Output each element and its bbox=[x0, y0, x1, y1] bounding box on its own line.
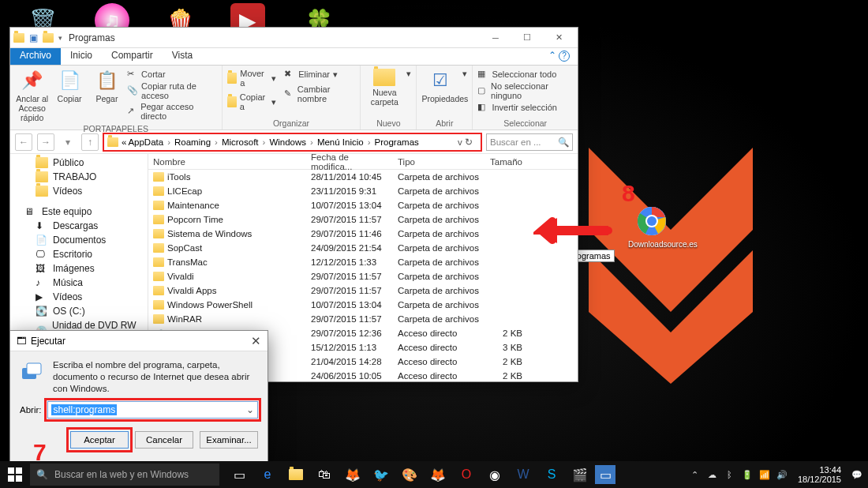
copy-button[interactable]: 📄Copiar bbox=[52, 69, 86, 103]
new-folder-button[interactable]: Nueva carpeta bbox=[365, 69, 403, 107]
edge-icon[interactable]: e bbox=[254, 461, 281, 488]
nav-descargas[interactable]: ⬇Descargas bbox=[10, 219, 148, 233]
explorer-taskbar-icon[interactable] bbox=[282, 461, 309, 488]
forward-button[interactable]: → bbox=[37, 133, 54, 151]
accept-button[interactable]: Aceptar bbox=[70, 431, 129, 449]
move-to-button[interactable]: Mover a ▾ bbox=[227, 69, 277, 88]
tray-volume-icon[interactable]: 🔊 bbox=[776, 468, 788, 481]
col-name[interactable]: Nombre bbox=[148, 157, 306, 167]
table-row[interactable]: Vivaldi Apps29/07/2015 11:57Carpeta de a… bbox=[148, 283, 578, 298]
tray-bt-icon[interactable]: ᛒ bbox=[724, 468, 736, 481]
search-input[interactable]: Buscar en ...🔍 bbox=[486, 133, 573, 151]
qat-props-icon[interactable]: ▣ bbox=[29, 32, 38, 43]
opera-icon[interactable]: O bbox=[453, 461, 480, 488]
app-icon-5[interactable]: ▭ bbox=[595, 465, 615, 484]
table-row[interactable]: Vivaldi29/07/2015 11:57Carpeta de archiv… bbox=[148, 269, 578, 283]
taskbar[interactable]: 🔍 Buscar en la web y en Windows ▭ e 🛍 🦊 … bbox=[0, 461, 868, 488]
paste-shortcut-button[interactable]: ↗Pegar acceso directo bbox=[127, 102, 216, 121]
store-icon[interactable]: 🛍 bbox=[311, 461, 338, 488]
table-row[interactable]: Windows PowerShell10/07/2015 13:04Carpet… bbox=[148, 298, 578, 312]
svg-rect-9 bbox=[8, 467, 14, 474]
recent-locations-button[interactable]: ▾ bbox=[59, 133, 77, 151]
breadcrumb[interactable]: « AppData› Roaming› Microsoft› Windows› … bbox=[122, 137, 419, 147]
open-icon[interactable]: ▾ bbox=[462, 69, 467, 79]
new-item-icon[interactable]: ▾ bbox=[406, 69, 411, 79]
select-none-button[interactable]: ▢No seleccionar ninguno bbox=[477, 81, 573, 100]
qat-new-folder-icon[interactable] bbox=[43, 33, 54, 43]
table-row[interactable]: WinRAR29/07/2015 11:57Carpeta de archivo… bbox=[148, 312, 578, 326]
tray-up-icon[interactable]: ⌃ bbox=[689, 468, 702, 481]
nav-videos[interactable]: Vídeos bbox=[10, 184, 148, 198]
copy-path-button[interactable]: 📎Copiar ruta de acceso bbox=[127, 81, 216, 100]
tab-compartir[interactable]: Compartir bbox=[102, 48, 163, 65]
run-input[interactable]: shell:programs ⌄ bbox=[47, 401, 258, 419]
firefox-icon[interactable]: 🦊 bbox=[425, 461, 451, 488]
cut-button[interactable]: ✂Cortar bbox=[127, 69, 216, 80]
taskbar-search-input[interactable]: 🔍 Buscar en la web y en Windows bbox=[30, 464, 219, 486]
select-all-button[interactable]: ▦Seleccionar todo bbox=[477, 69, 573, 80]
nav-imagenes[interactable]: 🖼Imágenes bbox=[10, 261, 148, 276]
tab-inicio[interactable]: Inicio bbox=[61, 48, 102, 65]
tab-vista[interactable]: Vista bbox=[163, 48, 202, 65]
col-size[interactable]: Tamaño bbox=[480, 157, 527, 167]
window-titlebar[interactable]: ▣ ▾ Programas ─ ☐ ✕ bbox=[10, 28, 578, 48]
properties-button[interactable]: ☑Propiedades bbox=[421, 69, 459, 103]
start-button[interactable] bbox=[0, 461, 30, 488]
table-row[interactable]: LICEcap23/11/2015 9:31Carpeta de archivo… bbox=[148, 184, 578, 198]
nav-publico[interactable]: Público bbox=[10, 156, 148, 170]
minimize-button[interactable]: ─ bbox=[480, 30, 511, 46]
tray-battery-icon[interactable]: 🔋 bbox=[741, 468, 754, 481]
breadcrumb-bar[interactable]: « AppData› Roaming› Microsoft› Windows› … bbox=[103, 133, 481, 151]
back-button[interactable]: ← bbox=[15, 133, 32, 151]
column-headers[interactable]: Nombre Fecha de modifica... Tipo Tamaño bbox=[148, 154, 578, 170]
cancel-button[interactable]: Cancelar bbox=[135, 431, 193, 449]
table-row[interactable]: Maintenance10/07/2015 13:04Carpeta de ar… bbox=[148, 198, 578, 212]
delete-button[interactable]: ✖Eliminar ▾ bbox=[284, 69, 355, 80]
tray-wifi-icon[interactable]: 📶 bbox=[758, 468, 771, 481]
nav-videos2[interactable]: ▶Vídeos bbox=[10, 290, 148, 304]
close-button[interactable]: ✕ bbox=[543, 30, 574, 46]
table-row[interactable]: Sistema de Windows29/07/2015 11:46Carpet… bbox=[148, 227, 578, 241]
table-row[interactable]: iTools28/11/2014 10:45Carpeta de archivo… bbox=[148, 170, 578, 184]
close-icon[interactable]: ✕ bbox=[251, 334, 261, 348]
ribbon-collapse-icon[interactable]: ⌃ ? bbox=[539, 48, 578, 65]
nav-trabajo[interactable]: TRABAJO bbox=[10, 170, 148, 184]
nav-este-equipo[interactable]: 🖥Este equipo bbox=[10, 205, 148, 219]
app-icon-4[interactable]: 🎬 bbox=[567, 461, 593, 488]
maximize-button[interactable]: ☐ bbox=[511, 30, 543, 46]
col-date[interactable]: Fecha de modifica... bbox=[306, 154, 393, 171]
app-icon-2[interactable]: 🐦 bbox=[368, 461, 395, 488]
tab-archivo[interactable]: Archivo bbox=[10, 48, 61, 65]
up-button[interactable]: ↑ bbox=[81, 133, 99, 151]
table-row[interactable]: Popcorn Time29/07/2015 11:57Carpeta de a… bbox=[148, 212, 578, 227]
run-titlebar[interactable]: 🗔 Ejecutar ✕ bbox=[10, 331, 268, 351]
app-icon-3[interactable]: 🎨 bbox=[396, 461, 423, 488]
rename-button[interactable]: ✎Cambiar nombre bbox=[284, 84, 355, 103]
notifications-icon[interactable]: 💬 bbox=[851, 468, 863, 481]
taskbar-clock[interactable]: 13:44 18/12/2015 bbox=[793, 465, 846, 484]
word-icon[interactable]: W bbox=[510, 461, 537, 488]
nav-osc[interactable]: 💽OS (C:) bbox=[10, 304, 148, 318]
table-row[interactable]: SopCast24/09/2015 21:54Carpeta de archiv… bbox=[148, 241, 578, 255]
pin-button[interactable]: 📌Anclar al Acceso rápido bbox=[15, 69, 49, 122]
chrome-shortcut[interactable]: Downloadsource.es bbox=[628, 204, 675, 249]
skype-icon[interactable]: S bbox=[538, 461, 565, 488]
paste-button[interactable]: 📋Pegar bbox=[90, 69, 124, 103]
tray-onedrive-icon[interactable]: ☁ bbox=[706, 468, 719, 481]
browse-button[interactable]: Examinar... bbox=[200, 431, 258, 449]
invert-selection-button[interactable]: ◧Invertir selección bbox=[477, 102, 573, 113]
chevron-down-icon[interactable]: ⌄ bbox=[246, 404, 254, 415]
taskview-icon[interactable]: ▭ bbox=[226, 461, 253, 488]
col-type[interactable]: Tipo bbox=[393, 157, 480, 167]
copy-to-button[interactable]: Copiar a ▾ bbox=[227, 92, 277, 111]
nav-documentos[interactable]: 📄Documentos bbox=[10, 233, 148, 247]
nav-musica[interactable]: ♪Música bbox=[10, 276, 148, 290]
app-icon-1[interactable]: 🦊 bbox=[339, 461, 366, 488]
folder-icon bbox=[153, 257, 164, 267]
addr-dropdown-icon[interactable]: v ↻ bbox=[453, 137, 477, 148]
table-row[interactable]: TransMac12/12/2015 1:33Carpeta de archiv… bbox=[148, 255, 578, 269]
nav-escritorio[interactable]: 🖵Escritorio bbox=[10, 247, 148, 261]
qat-dropdown-icon[interactable]: ▾ bbox=[58, 34, 62, 42]
system-tray[interactable]: ⌃ ☁ ᛒ 🔋 📶 🔊 13:44 18/12/2015 💬 bbox=[689, 465, 868, 484]
chrome-taskbar-icon[interactable]: ◉ bbox=[481, 461, 508, 488]
